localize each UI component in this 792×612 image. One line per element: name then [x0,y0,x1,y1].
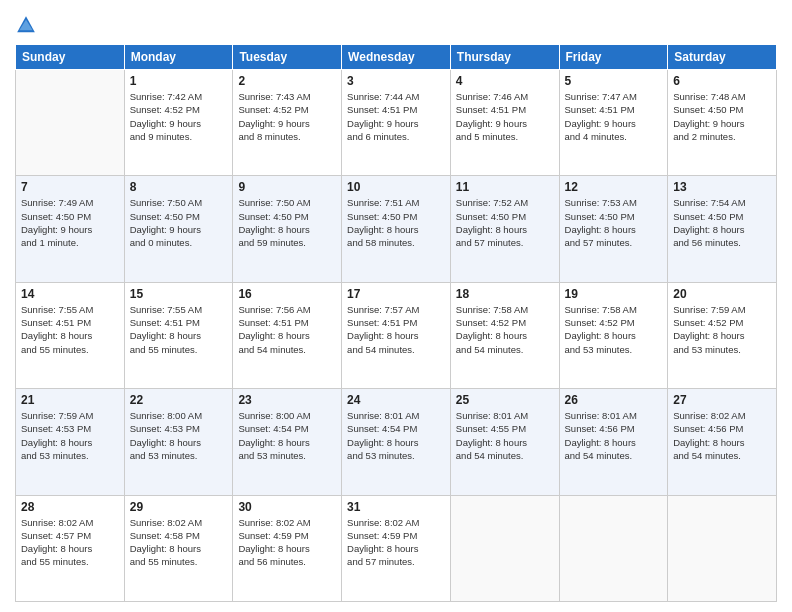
day-info: Sunrise: 7:43 AMSunset: 4:52 PMDaylight:… [238,90,336,143]
weekday-header-thursday: Thursday [450,45,559,70]
calendar-cell: 3Sunrise: 7:44 AMSunset: 4:51 PMDaylight… [342,70,451,176]
page: SundayMondayTuesdayWednesdayThursdayFrid… [0,0,792,612]
day-info: Sunrise: 7:47 AMSunset: 4:51 PMDaylight:… [565,90,663,143]
day-info: Sunrise: 8:00 AMSunset: 4:53 PMDaylight:… [130,409,228,462]
day-info: Sunrise: 7:59 AMSunset: 4:53 PMDaylight:… [21,409,119,462]
calendar-cell: 31Sunrise: 8:02 AMSunset: 4:59 PMDayligh… [342,495,451,601]
day-number: 13 [673,180,771,194]
calendar-cell: 10Sunrise: 7:51 AMSunset: 4:50 PMDayligh… [342,176,451,282]
day-info: Sunrise: 8:01 AMSunset: 4:54 PMDaylight:… [347,409,445,462]
calendar-cell: 13Sunrise: 7:54 AMSunset: 4:50 PMDayligh… [668,176,777,282]
day-number: 23 [238,393,336,407]
calendar-cell: 11Sunrise: 7:52 AMSunset: 4:50 PMDayligh… [450,176,559,282]
day-number: 14 [21,287,119,301]
weekday-header-wednesday: Wednesday [342,45,451,70]
calendar-cell: 1Sunrise: 7:42 AMSunset: 4:52 PMDaylight… [124,70,233,176]
calendar-cell [668,495,777,601]
calendar-cell: 16Sunrise: 7:56 AMSunset: 4:51 PMDayligh… [233,282,342,388]
day-number: 30 [238,500,336,514]
calendar-cell: 12Sunrise: 7:53 AMSunset: 4:50 PMDayligh… [559,176,668,282]
calendar-cell: 28Sunrise: 8:02 AMSunset: 4:57 PMDayligh… [16,495,125,601]
calendar-cell: 20Sunrise: 7:59 AMSunset: 4:52 PMDayligh… [668,282,777,388]
day-number: 9 [238,180,336,194]
day-info: Sunrise: 7:44 AMSunset: 4:51 PMDaylight:… [347,90,445,143]
day-number: 10 [347,180,445,194]
day-info: Sunrise: 7:58 AMSunset: 4:52 PMDaylight:… [565,303,663,356]
day-info: Sunrise: 7:53 AMSunset: 4:50 PMDaylight:… [565,196,663,249]
day-number: 15 [130,287,228,301]
day-number: 6 [673,74,771,88]
calendar-cell: 27Sunrise: 8:02 AMSunset: 4:56 PMDayligh… [668,389,777,495]
day-number: 25 [456,393,554,407]
day-number: 11 [456,180,554,194]
calendar-cell: 17Sunrise: 7:57 AMSunset: 4:51 PMDayligh… [342,282,451,388]
calendar-cell: 24Sunrise: 8:01 AMSunset: 4:54 PMDayligh… [342,389,451,495]
day-number: 26 [565,393,663,407]
day-number: 16 [238,287,336,301]
day-info: Sunrise: 8:00 AMSunset: 4:54 PMDaylight:… [238,409,336,462]
weekday-header-saturday: Saturday [668,45,777,70]
day-info: Sunrise: 8:01 AMSunset: 4:56 PMDaylight:… [565,409,663,462]
day-number: 3 [347,74,445,88]
day-number: 2 [238,74,336,88]
day-number: 24 [347,393,445,407]
day-info: Sunrise: 7:48 AMSunset: 4:50 PMDaylight:… [673,90,771,143]
calendar-cell: 29Sunrise: 8:02 AMSunset: 4:58 PMDayligh… [124,495,233,601]
day-info: Sunrise: 7:54 AMSunset: 4:50 PMDaylight:… [673,196,771,249]
day-number: 17 [347,287,445,301]
day-number: 28 [21,500,119,514]
day-number: 29 [130,500,228,514]
calendar-week-row: 7Sunrise: 7:49 AMSunset: 4:50 PMDaylight… [16,176,777,282]
day-info: Sunrise: 7:55 AMSunset: 4:51 PMDaylight:… [130,303,228,356]
day-info: Sunrise: 8:02 AMSunset: 4:59 PMDaylight:… [238,516,336,569]
calendar-cell: 22Sunrise: 8:00 AMSunset: 4:53 PMDayligh… [124,389,233,495]
calendar-cell: 7Sunrise: 7:49 AMSunset: 4:50 PMDaylight… [16,176,125,282]
calendar-cell: 9Sunrise: 7:50 AMSunset: 4:50 PMDaylight… [233,176,342,282]
calendar-cell: 8Sunrise: 7:50 AMSunset: 4:50 PMDaylight… [124,176,233,282]
day-info: Sunrise: 8:02 AMSunset: 4:57 PMDaylight:… [21,516,119,569]
calendar-cell: 19Sunrise: 7:58 AMSunset: 4:52 PMDayligh… [559,282,668,388]
day-info: Sunrise: 7:46 AMSunset: 4:51 PMDaylight:… [456,90,554,143]
calendar-cell: 30Sunrise: 8:02 AMSunset: 4:59 PMDayligh… [233,495,342,601]
calendar-cell: 4Sunrise: 7:46 AMSunset: 4:51 PMDaylight… [450,70,559,176]
day-info: Sunrise: 8:02 AMSunset: 4:56 PMDaylight:… [673,409,771,462]
calendar-week-row: 14Sunrise: 7:55 AMSunset: 4:51 PMDayligh… [16,282,777,388]
day-number: 19 [565,287,663,301]
day-info: Sunrise: 7:56 AMSunset: 4:51 PMDaylight:… [238,303,336,356]
logo [15,14,39,36]
calendar-cell: 26Sunrise: 8:01 AMSunset: 4:56 PMDayligh… [559,389,668,495]
calendar-cell: 18Sunrise: 7:58 AMSunset: 4:52 PMDayligh… [450,282,559,388]
calendar-cell: 25Sunrise: 8:01 AMSunset: 4:55 PMDayligh… [450,389,559,495]
calendar-cell: 23Sunrise: 8:00 AMSunset: 4:54 PMDayligh… [233,389,342,495]
day-number: 18 [456,287,554,301]
day-number: 8 [130,180,228,194]
calendar-cell: 6Sunrise: 7:48 AMSunset: 4:50 PMDaylight… [668,70,777,176]
day-number: 4 [456,74,554,88]
day-number: 31 [347,500,445,514]
calendar-week-row: 1Sunrise: 7:42 AMSunset: 4:52 PMDaylight… [16,70,777,176]
day-number: 7 [21,180,119,194]
day-number: 12 [565,180,663,194]
day-info: Sunrise: 7:42 AMSunset: 4:52 PMDaylight:… [130,90,228,143]
day-info: Sunrise: 7:55 AMSunset: 4:51 PMDaylight:… [21,303,119,356]
calendar: SundayMondayTuesdayWednesdayThursdayFrid… [15,44,777,602]
calendar-cell: 5Sunrise: 7:47 AMSunset: 4:51 PMDaylight… [559,70,668,176]
day-number: 1 [130,74,228,88]
day-number: 27 [673,393,771,407]
day-info: Sunrise: 8:02 AMSunset: 4:58 PMDaylight:… [130,516,228,569]
weekday-header-friday: Friday [559,45,668,70]
calendar-cell: 21Sunrise: 7:59 AMSunset: 4:53 PMDayligh… [16,389,125,495]
weekday-header-monday: Monday [124,45,233,70]
calendar-cell: 2Sunrise: 7:43 AMSunset: 4:52 PMDaylight… [233,70,342,176]
day-info: Sunrise: 8:01 AMSunset: 4:55 PMDaylight:… [456,409,554,462]
day-number: 20 [673,287,771,301]
calendar-cell [559,495,668,601]
weekday-header-tuesday: Tuesday [233,45,342,70]
calendar-week-row: 28Sunrise: 8:02 AMSunset: 4:57 PMDayligh… [16,495,777,601]
calendar-cell [16,70,125,176]
day-info: Sunrise: 7:49 AMSunset: 4:50 PMDaylight:… [21,196,119,249]
day-info: Sunrise: 7:50 AMSunset: 4:50 PMDaylight:… [238,196,336,249]
calendar-cell [450,495,559,601]
day-info: Sunrise: 7:50 AMSunset: 4:50 PMDaylight:… [130,196,228,249]
day-info: Sunrise: 7:51 AMSunset: 4:50 PMDaylight:… [347,196,445,249]
